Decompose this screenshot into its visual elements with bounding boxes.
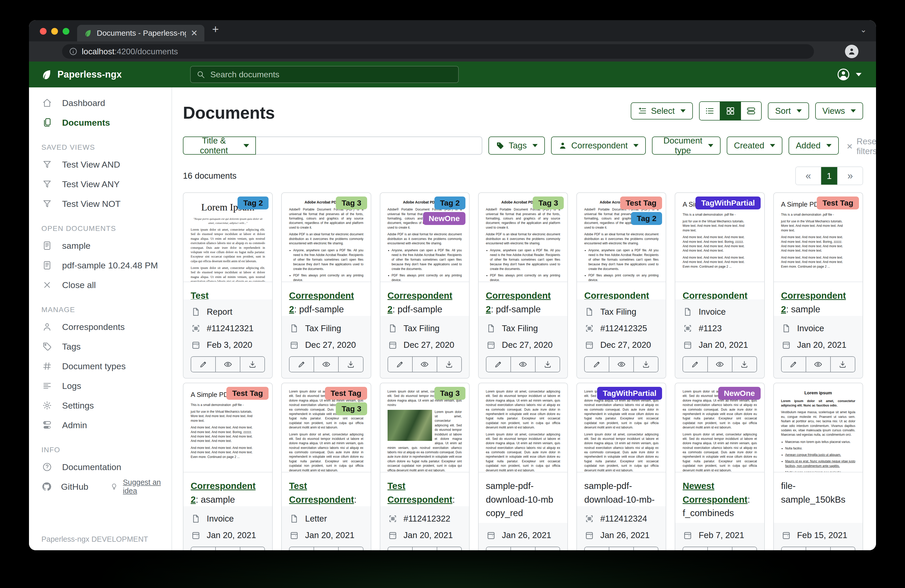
edit-button[interactable] [486, 547, 510, 550]
edit-button[interactable] [683, 357, 707, 372]
pagination-page-1[interactable]: 1 [821, 167, 837, 185]
download-button[interactable] [634, 547, 658, 550]
correspondent-link[interactable]: Newest Correspondent [683, 481, 748, 504]
preview-button[interactable] [412, 547, 437, 550]
edit-button[interactable] [191, 357, 215, 372]
preview-button[interactable] [707, 547, 732, 550]
preview-button[interactable] [215, 357, 240, 372]
correspondent-filter-button[interactable]: Correspondent [551, 136, 646, 155]
download-button[interactable] [732, 547, 756, 550]
preview-button[interactable] [609, 357, 634, 372]
edit-button[interactable] [289, 547, 314, 550]
tag-badge[interactable]: NewOne [423, 212, 465, 225]
document-thumbnail[interactable]: Adobe Acrobat PDF FilesAdobe® Portable D… [380, 193, 469, 282]
edit-button[interactable] [585, 357, 609, 372]
preview-button[interactable] [412, 357, 437, 372]
document-card[interactable]: Lorem Ipsum"Neque porro quisquam est qui… [183, 192, 273, 379]
sidebar-item-sample[interactable]: sample [29, 236, 171, 255]
edit-button[interactable] [388, 547, 412, 550]
document-thumbnail[interactable]: Lorem ipsumLorem ipsum dolor sit amet, c… [774, 383, 862, 472]
download-button[interactable] [437, 547, 461, 550]
download-button[interactable] [338, 547, 363, 550]
edit-button[interactable] [289, 357, 314, 372]
correspondent-link[interactable]: Correspondent 2 [584, 290, 649, 300]
document-thumbnail[interactable]: Adobe Acrobat PDF FilesAdobe® Portable D… [479, 193, 567, 282]
edit-button[interactable] [781, 357, 806, 372]
sidebar-item-close-all[interactable]: Close all [29, 275, 171, 295]
document-card[interactable]: Adobe Acrobat PDF FilesAdobe® Portable D… [478, 192, 568, 379]
download-button[interactable] [732, 357, 756, 372]
preview-button[interactable] [609, 547, 634, 550]
download-button[interactable] [830, 357, 855, 372]
tag-badge[interactable]: Tag 3 [336, 197, 367, 209]
document-thumbnail[interactable]: A Simple PDF FileThis is a small demonst… [183, 383, 272, 472]
tag-badge[interactable]: Tag 3 [336, 403, 367, 415]
download-button[interactable] [437, 357, 461, 372]
tab-close-icon[interactable]: ✕ [191, 28, 198, 38]
filter-text-input[interactable] [256, 136, 483, 155]
edit-button[interactable] [781, 547, 806, 550]
display-mode-grid[interactable] [720, 102, 740, 120]
document-thumbnail[interactable]: Adobe Acrobat PDF FilesAdobe® Portable D… [577, 193, 666, 282]
document-thumbnail[interactable]: Lorem ipsum dolor sit amet, consectetur … [577, 383, 666, 472]
tag-badge[interactable]: Test Tag [817, 197, 859, 209]
preview-button[interactable] [314, 547, 338, 550]
sidebar-item-admin[interactable]: Admin [29, 415, 171, 435]
tag-badge[interactable]: Tag 2 [631, 212, 662, 225]
tag-badge[interactable]: Tag 3 [434, 387, 465, 400]
pagination-prev[interactable]: « [796, 167, 821, 185]
document-thumbnail[interactable]: Lorem ipsum dolor sit amet, consectetur … [479, 383, 567, 472]
tag-badge[interactable]: Test Tag [325, 387, 367, 400]
sidebar-item-documents[interactable]: Documents [29, 113, 171, 132]
sidebar-item-documentation[interactable]: Documentation [29, 457, 171, 477]
document-card[interactable]: Lorem ipsum dolor sit amet, consectetur … [576, 383, 666, 550]
document-card[interactable]: Lorem ipsumLorem ipsum dolor sit amet, c… [773, 383, 863, 550]
correspondent-link[interactable]: Test Correspondent [289, 481, 354, 504]
created-filter-button[interactable]: Created [727, 136, 782, 155]
search-input[interactable] [210, 70, 452, 80]
correspondent-link[interactable]: Test Correspondent [387, 481, 452, 504]
preview-button[interactable] [707, 357, 732, 372]
preview-button[interactable] [215, 547, 240, 550]
document-card[interactable]: Adobe Acrobat PDF FilesAdobe® Portable D… [576, 192, 666, 379]
maximize-window-button[interactable] [63, 28, 69, 35]
sidebar-item-dashboard[interactable]: Dashboard [29, 93, 171, 113]
sidebar-link-suggest-an-idea[interactable]: Suggest an idea [109, 478, 171, 495]
edit-button[interactable] [585, 547, 609, 550]
reset-filters-button[interactable]: ✕ Reset filters [846, 136, 876, 156]
download-button[interactable] [535, 547, 560, 550]
sidebar-item-logs[interactable]: Logs [29, 376, 171, 396]
edit-button[interactable] [486, 357, 510, 372]
sidebar-item-test-view-not[interactable]: Test View NOT [29, 194, 171, 214]
display-mode-details[interactable] [740, 102, 761, 120]
tag-badge[interactable]: Tag 2 [434, 197, 465, 209]
new-tab-button[interactable]: + [212, 23, 219, 36]
views-button[interactable]: Views [815, 102, 863, 119]
download-button[interactable] [535, 357, 560, 372]
document-thumbnail[interactable]: Adobe Acrobat PDF FilesAdobe® Portable D… [282, 193, 370, 282]
browser-profile-avatar[interactable] [845, 45, 859, 58]
document-thumbnail[interactable]: A Simple PDF FileThis is a small demonst… [675, 193, 764, 282]
download-button[interactable] [830, 547, 855, 550]
tag-badge[interactable]: Tag 3 [533, 197, 564, 209]
address-bar[interactable]: localhost:4200/documents [62, 44, 814, 59]
tag-badge[interactable]: Test Tag [226, 387, 268, 400]
document-card[interactable]: Adobe Acrobat PDF FilesAdobe® Portable D… [281, 192, 371, 379]
document-card[interactable]: Lorem ipsum dolor sit amet, consectetur … [478, 383, 568, 550]
user-menu[interactable] [837, 68, 862, 81]
correspondent-link[interactable]: Correspondent 2 [683, 290, 748, 300]
sidebar-item-document-types[interactable]: Document types [29, 356, 171, 376]
tag-badge[interactable]: NewOne [718, 387, 761, 400]
close-window-button[interactable] [40, 28, 46, 35]
site-info-icon[interactable] [69, 47, 78, 56]
document-card[interactable]: Lorem ipsum dolor sit amet, consectetur … [675, 383, 765, 550]
edit-button[interactable] [388, 357, 412, 372]
document-thumbnail[interactable]: Lorem ipsum dolor sit amet, consectetur … [380, 383, 469, 472]
tag-badge[interactable]: Test Tag [620, 197, 662, 209]
preview-button[interactable] [510, 357, 535, 372]
sidebar-item-tags[interactable]: Tags [29, 337, 171, 356]
display-mode-list[interactable] [700, 102, 720, 120]
preview-button[interactable] [806, 547, 830, 550]
preview-button[interactable] [314, 357, 338, 372]
title-content-dropdown[interactable]: Title & content [183, 136, 256, 155]
